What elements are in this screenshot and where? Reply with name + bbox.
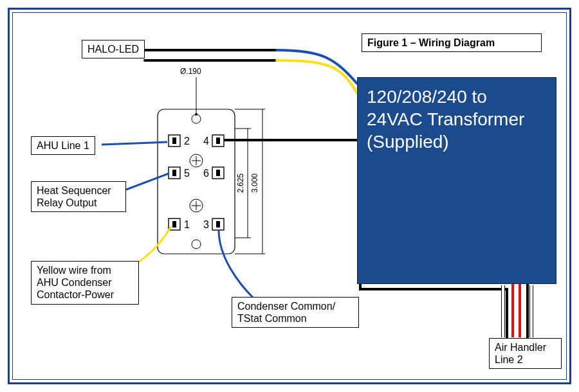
label-condenser-common: Condenser Common/ TStat Common xyxy=(232,297,359,328)
label-ahu-line1: AHU Line 1 xyxy=(31,136,95,155)
label-yellow-wire: Yellow wire from AHU Condenser Contactor… xyxy=(31,261,139,305)
transformer-box: 120/208/240 to 24VAC Transformer (Suppli… xyxy=(357,77,556,284)
figure-title: Figure 1 – Wiring Diagram xyxy=(362,33,542,52)
label-halo-led: HALO-LED xyxy=(82,40,145,58)
diagram-canvas: 2 4 5 6 1 3 Ø.190 2.625 3.000 xyxy=(0,0,579,392)
label-heat-seq: Heat Sequencer Relay Output xyxy=(31,181,126,212)
label-air-handler: Air Handler Line 2 xyxy=(489,338,562,369)
